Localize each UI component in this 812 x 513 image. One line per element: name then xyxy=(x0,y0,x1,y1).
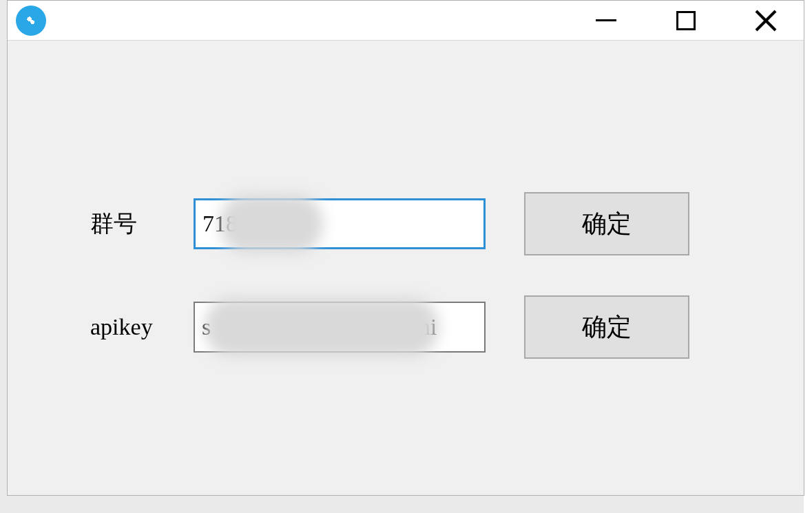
apikey-label: apikey xyxy=(90,314,194,340)
group-number-row: 群号 确定 xyxy=(90,192,707,255)
app-icon xyxy=(16,6,46,36)
group-number-confirm-button[interactable]: 确定 xyxy=(524,192,689,255)
client-area: 群号 确定 apikey 确定 xyxy=(8,41,804,495)
minimize-icon xyxy=(596,19,616,21)
minimize-button[interactable] xyxy=(590,5,622,36)
maximize-icon xyxy=(676,11,696,30)
background-window-sliver xyxy=(804,0,812,513)
apikey-confirm-button[interactable]: 确定 xyxy=(524,295,689,359)
group-number-input[interactable] xyxy=(194,198,486,249)
group-number-label: 群号 xyxy=(90,208,194,240)
apikey-input[interactable] xyxy=(194,302,486,353)
apikey-field-wrap xyxy=(194,302,486,353)
maximize-button[interactable] xyxy=(670,5,702,36)
window-controls xyxy=(590,5,800,36)
close-button[interactable] xyxy=(750,5,782,36)
close-icon xyxy=(754,9,778,32)
title-bar xyxy=(8,1,804,41)
group-number-field-wrap xyxy=(194,198,486,249)
apikey-row: apikey 确定 xyxy=(90,295,707,359)
settings-window: 群号 确定 apikey 确定 xyxy=(7,0,804,496)
